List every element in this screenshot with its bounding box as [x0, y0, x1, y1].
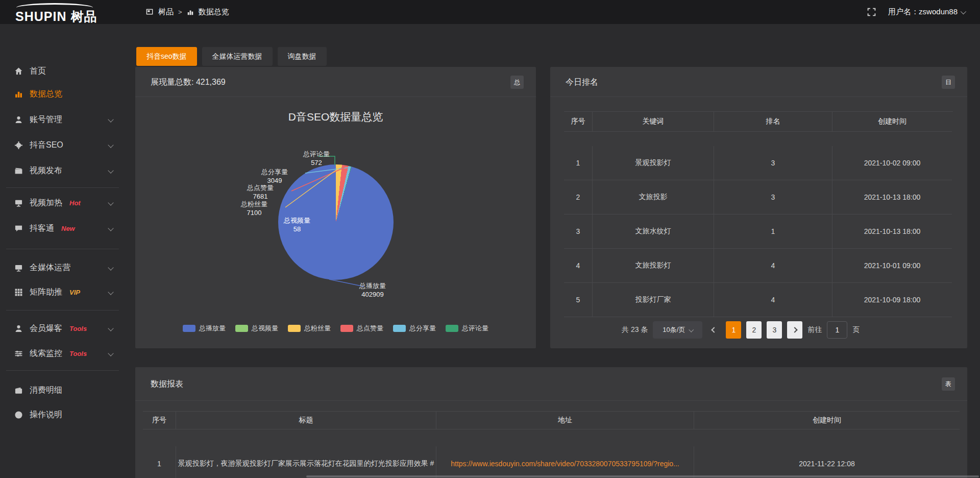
page-size-select[interactable]: 10条/页 [653, 321, 702, 339]
table-cell: 4 [564, 249, 593, 283]
table-cell: 1 [143, 446, 176, 478]
gear-icon [14, 141, 23, 150]
breadcrumb-root[interactable]: 树品 [158, 7, 174, 17]
table-cell: 1 [564, 146, 593, 180]
legend-swatch [235, 325, 248, 332]
sliders-icon [14, 349, 23, 358]
daily-toggle-button[interactable]: 日 [942, 76, 955, 89]
seo-panel-header: 展现量总数: 421,369 [135, 67, 536, 97]
table-cell: 3 [564, 214, 593, 249]
page-button-3[interactable]: 3 [767, 321, 782, 339]
sidebar-item-label: 视频加热 [30, 198, 62, 208]
chevron-down-icon [108, 289, 113, 295]
sidebar-item-home[interactable]: 首页 [0, 59, 125, 83]
table-cell: 3 [714, 146, 832, 180]
chevron-down-icon [108, 350, 113, 356]
sidebar-item-data-overview[interactable]: 数据总览 [0, 82, 125, 106]
sidebar-item-douyin-seo[interactable]: 抖音SEO [0, 133, 125, 157]
sidebar-item-label: 抖音SEO [30, 140, 63, 151]
pie-label-fans: 总粉丝量7100 [221, 200, 287, 217]
pie[interactable] [278, 164, 394, 280]
page-button-1[interactable]: 1 [726, 321, 741, 339]
legend-item-shares[interactable]: 总分享量 [393, 324, 436, 333]
user-menu[interactable]: 用户名：zswodun88 [888, 7, 965, 17]
tab-omnimedia[interactable]: 全媒体运营数据 [202, 47, 273, 66]
breadcrumb-current: 数据总览 [199, 7, 229, 17]
column-header: 标题 [176, 412, 436, 429]
legend-item-fans[interactable]: 总粉丝量 [288, 324, 331, 333]
table-cell: 文旅投影 [593, 180, 714, 214]
report-row-time: 2021-11-22 12:08 [694, 446, 960, 478]
report-row-link[interactable]: https://www.iesdouyin.com/share/video/70… [436, 446, 694, 478]
chevron-right-icon [792, 327, 798, 332]
sidebar-item-douketong[interactable]: 抖客通 New [0, 216, 125, 241]
total-toggle-button[interactable]: 总 [510, 76, 524, 89]
table-cell: 5 [564, 283, 593, 317]
sidebar-item-label: 操作说明 [30, 410, 62, 420]
total-count: 共 23 条 [622, 325, 648, 334]
column-header: 创建时间 [694, 412, 960, 429]
table-cell: 景观投影灯 [593, 146, 714, 180]
sidebar-item-label: 账号管理 [30, 114, 62, 125]
table-cell: 文旅水纹灯 [593, 214, 714, 249]
sidebar-divider [6, 187, 119, 188]
username-label: 用户名：zswodun88 [888, 7, 958, 17]
vip-badge: VIP [69, 289, 80, 296]
chevron-down-icon [108, 265, 113, 270]
table-cell: 2021-10-01 09:00 [832, 249, 952, 283]
column-header: 排名 [714, 112, 832, 132]
chart-title: D音SEO数据量总览 [135, 110, 536, 124]
fullscreen-icon[interactable] [867, 8, 876, 16]
data-tabs: 抖音seo数据 全媒体运营数据 询盘数据 [136, 47, 327, 66]
tab-douyin-seo[interactable]: 抖音seo数据 [136, 47, 197, 66]
sidebar-item-matrix-boost[interactable]: 矩阵助推 VIP [0, 280, 125, 304]
logo: SHUPIN 树品 [15, 2, 128, 23]
sidebar-item-help[interactable]: ? 操作说明 [0, 402, 125, 427]
sidebar-item-clue-monitor[interactable]: 线索监控 Tools [0, 341, 125, 366]
sidebar-divider [6, 249, 119, 249]
chevron-down-icon [108, 225, 113, 231]
sidebar-item-video-publish[interactable]: 视频发布 [0, 158, 125, 183]
user-icon [14, 115, 23, 124]
chat-icon [14, 224, 23, 233]
tab-inquiry[interactable]: 询盘数据 [278, 47, 327, 66]
logo-text: SHUPIN 树品 [15, 8, 97, 25]
column-header: 序号 [564, 112, 593, 132]
sidebar-item-omnimedia[interactable]: 全媒体运营 [0, 255, 125, 280]
ranking-table: 序号 关键词 排名 创建时间 1 景观投影灯 3 2021-10-02 09:0… [564, 111, 953, 317]
table-cell: 4 [714, 283, 832, 317]
table-cell: 3 [714, 180, 832, 214]
legend-item-plays[interactable]: 总播放量 [183, 324, 226, 333]
report-table: 序号 标题 地址 创建时间 1 景观投影灯，夜游景观投影灯厂家展示展示落花灯在花… [143, 411, 960, 478]
screen-heat-icon [14, 199, 23, 207]
page-button-2[interactable]: 2 [746, 321, 762, 339]
next-page-button[interactable] [787, 321, 802, 339]
pagination: 共 23 条 10条/页 1 2 3 前往 页 [622, 321, 860, 339]
prev-page-button[interactable] [707, 321, 721, 339]
sidebar-item-video-heat[interactable]: 视频加热 Hot [0, 190, 125, 215]
sidebar-item-consumption[interactable]: 消费明细 [0, 378, 125, 402]
goto-page-input[interactable] [827, 321, 847, 339]
legend-item-comments[interactable]: 总评论量 [446, 324, 488, 333]
table-cell: 2021-10-13 18:00 [832, 180, 952, 214]
tools-badge: Tools [69, 325, 87, 332]
user-icon [14, 324, 23, 333]
hot-badge: Hot [69, 199, 81, 207]
table-toggle-button[interactable]: 表 [942, 377, 955, 391]
table-cell: 1 [714, 214, 832, 249]
sidebar: 首页 数据总览 账号管理 抖音SEO 视频发布 视频加热 Hot [0, 24, 125, 478]
legend-swatch [340, 325, 353, 332]
legend-item-likes[interactable]: 总点赞量 [340, 324, 383, 333]
sidebar-item-account[interactable]: 账号管理 [0, 107, 125, 132]
chevron-down-icon [108, 142, 113, 148]
sidebar-divider [6, 310, 119, 310]
horizontal-scrollbar[interactable] [306, 475, 979, 477]
table-cell: 2021-10-13 18:00 [832, 214, 952, 249]
sidebar-item-member-leads[interactable]: 会员爆客 Tools [0, 316, 125, 341]
new-badge: New [61, 225, 75, 232]
sidebar-item-label: 矩阵助推 [30, 287, 62, 298]
report-panel: 数据报表 表 序号 标题 地址 创建时间 1 景观投影灯，夜游景观投影灯厂家展示… [135, 367, 967, 478]
column-header: 序号 [143, 412, 176, 429]
legend-item-videos[interactable]: 总视频量 [235, 324, 278, 333]
table-cell: 4 [714, 249, 832, 283]
